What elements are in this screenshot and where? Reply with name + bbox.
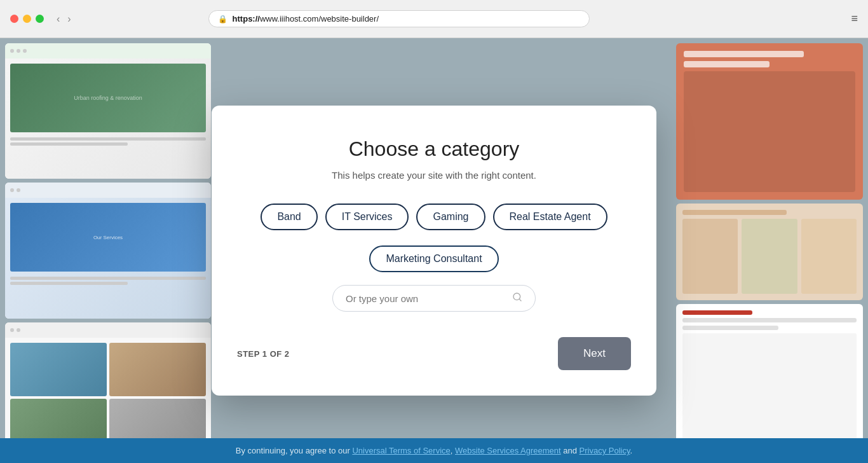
terms-of-service-link[interactable]: Universal Terms of Service <box>352 446 450 455</box>
chip-band[interactable]: Band <box>261 204 317 230</box>
modal-footer: STEP 1 OF 2 Next <box>237 337 631 370</box>
modal-dialog: Choose a category This helps create your… <box>212 106 656 396</box>
bottom-bar: By continuing, you agree to our Universa… <box>0 438 868 463</box>
chip-gaming[interactable]: Gaming <box>416 204 485 230</box>
url-text: https://www.iiihost.com/website-builder/ <box>233 14 379 24</box>
search-input[interactable] <box>346 293 506 304</box>
traffic-lights <box>10 15 44 23</box>
minimize-traffic-light[interactable] <box>23 15 31 23</box>
search-box[interactable] <box>332 285 536 312</box>
chip-it-services[interactable]: IT Services <box>325 204 409 230</box>
modal-container: Choose a category This helps create your… <box>0 38 868 463</box>
lock-icon: 🔒 <box>218 15 227 24</box>
chip-marketing-consultant[interactable]: Marketing Consultant <box>369 245 498 272</box>
nav-arrows: ‹ › <box>54 12 74 26</box>
bottom-bar-between2: and <box>561 446 580 455</box>
maximize-traffic-light[interactable] <box>36 15 44 23</box>
forward-button[interactable]: › <box>65 12 73 26</box>
modal-title: Choose a category <box>349 137 520 161</box>
search-icon <box>512 292 522 305</box>
hamburger-menu-icon[interactable]: ≡ <box>851 12 858 25</box>
category-chips-row2: Marketing Consultant <box>369 245 498 272</box>
back-button[interactable]: ‹ <box>54 12 62 26</box>
close-traffic-light[interactable] <box>10 15 18 23</box>
chip-real-estate-agent[interactable]: Real Estate Agent <box>493 204 607 230</box>
address-bar[interactable]: 🔒 https://www.iiihost.com/website-builde… <box>208 10 590 27</box>
modal-subtitle: This helps create your site with the rig… <box>332 170 536 181</box>
bottom-bar-text-before: By continuing, you agree to our <box>236 446 353 455</box>
svg-line-1 <box>519 299 521 301</box>
next-button[interactable]: Next <box>558 337 631 370</box>
bottom-bar-text-after: . <box>630 446 633 455</box>
category-chips-container: Band IT Services Gaming Real Estate Agen… <box>261 204 607 230</box>
website-services-link[interactable]: Website Services Agreement <box>455 446 561 455</box>
viewport: Urban roofing & renovation Our Services <box>0 38 868 463</box>
privacy-policy-link[interactable]: Privacy Policy <box>580 446 630 455</box>
step-indicator: STEP 1 OF 2 <box>237 349 290 359</box>
bottom-bar-between1: , <box>451 446 455 455</box>
browser-chrome: ‹ › 🔒 https://www.iiihost.com/website-bu… <box>0 0 868 38</box>
